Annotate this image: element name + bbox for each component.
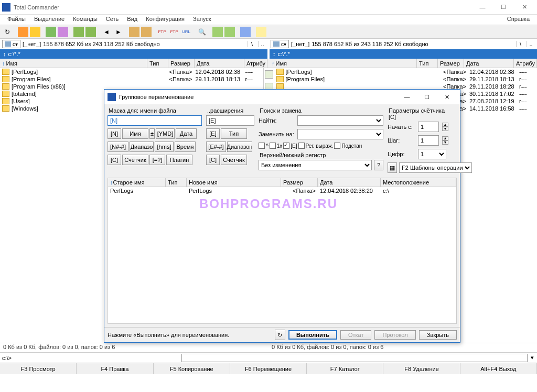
col-date[interactable]: Дата	[464, 59, 514, 68]
path-left[interactable]: ↕c:\*.*	[0, 49, 267, 59]
minimize-button[interactable]: —	[472, 1, 493, 14]
path-right[interactable]: ↕c:\*.*	[270, 49, 537, 59]
btn-eq[interactable]: [=?]	[149, 155, 165, 165]
lcol-loc[interactable]: Местоположение	[381, 178, 456, 187]
list-body[interactable]: PerfLogs PerfLogs <Папка> 12.04.2018 02:…	[108, 187, 457, 324]
parent-button[interactable]: ..	[527, 41, 535, 47]
btn-time[interactable]: Время	[175, 141, 196, 152]
tool-icon[interactable]	[18, 27, 28, 37]
fn-altf4[interactable]: Alt+F4 Выход	[460, 363, 537, 374]
unpack-icon[interactable]	[141, 27, 152, 37]
btn-Nrange[interactable]: [N#-#]	[108, 141, 128, 152]
btn-hms[interactable]: [hms]	[155, 141, 174, 152]
file-row[interactable]: [PerfLogs]<Папка>12.04.2018 02:38----	[0, 68, 263, 75]
pack-icon[interactable]	[129, 27, 139, 37]
root-button[interactable]: \	[248, 41, 256, 47]
copy-icon[interactable]	[240, 27, 251, 37]
btn-N[interactable]: [N]	[108, 128, 121, 139]
col-type[interactable]: Тип	[417, 59, 438, 68]
btn-Erange[interactable]: [E#-#]	[206, 141, 226, 152]
step-input[interactable]	[418, 135, 439, 146]
col-size[interactable]: Размер	[438, 59, 464, 68]
drive-select-left[interactable]: c ▾	[2, 40, 20, 48]
col-attr[interactable]: Атрибу	[514, 59, 537, 68]
menu-commands[interactable]: Команды	[69, 15, 102, 25]
close-button[interactable]: Закрыть	[419, 330, 457, 340]
fn-f5[interactable]: F5 Копирование	[154, 363, 230, 374]
start-input[interactable]	[418, 122, 439, 132]
lcol-new[interactable]: Новое имя	[187, 178, 281, 187]
spin-up[interactable]: ▲	[442, 123, 448, 127]
dialog-maximize[interactable]: ☐	[417, 91, 437, 103]
lcol-old[interactable]: ↑Старое имя	[108, 178, 166, 187]
fn-f8[interactable]: F8 Удаление	[383, 363, 460, 374]
file-row[interactable]: [Program Files]<Папка>29.11.2018 18:13r-…	[0, 75, 263, 83]
lcol-date[interactable]: Дата	[318, 178, 381, 187]
close-button[interactable]: ✕	[514, 1, 535, 14]
btn-plus[interactable]: ±	[149, 128, 155, 139]
btn-type[interactable]: Тип	[221, 128, 247, 139]
spin-up[interactable]: ▲	[442, 136, 448, 140]
search-icon[interactable]: 🔍	[197, 27, 207, 37]
btn-plugin[interactable]: Плагин	[166, 155, 192, 165]
col-attr[interactable]: Атрибу	[244, 59, 267, 68]
url-icon[interactable]: URL	[181, 27, 191, 37]
fn-f6[interactable]: F6 Перемещение	[230, 363, 307, 374]
fn-f4[interactable]: F4 Правка	[77, 363, 153, 374]
file-row[interactable]: [PerfLogs]<Папка>12.04.2018 02:38----	[274, 68, 538, 75]
menu-select[interactable]: Выделение	[30, 15, 69, 25]
chk-subst[interactable]	[334, 143, 340, 149]
chk-regex[interactable]	[298, 143, 305, 149]
chk-E[interactable]	[283, 143, 289, 149]
mask-name-input[interactable]	[108, 115, 202, 126]
execute-button[interactable]: Выполнить	[288, 330, 337, 340]
parent-button[interactable]: ..	[258, 41, 266, 47]
root-button[interactable]: \	[516, 41, 524, 47]
fn-f3[interactable]: F3 Просмотр	[0, 363, 77, 374]
btn-range[interactable]: Диапазо	[130, 141, 154, 152]
ftp-icon[interactable]: FTP	[169, 27, 179, 37]
spin-down[interactable]: ▼	[442, 127, 448, 131]
digits-select[interactable]: 1	[418, 149, 446, 159]
forward-icon[interactable]: ►	[113, 27, 124, 37]
btn-counter[interactable]: Счётчик	[122, 155, 148, 165]
col-type[interactable]: Тип	[147, 59, 168, 68]
undo-button[interactable]: Откат	[340, 330, 372, 340]
btn-counter2[interactable]: Счётчик	[221, 155, 247, 165]
fn-f7[interactable]: F7 Каталог	[307, 363, 383, 374]
btn-E[interactable]: [E]	[206, 128, 220, 139]
help-button[interactable]: ?	[374, 160, 383, 170]
replace-input[interactable]	[297, 129, 383, 139]
dialog-close[interactable]: ✕	[437, 91, 457, 103]
case-select[interactable]: Без изменения	[259, 160, 372, 170]
menu-view[interactable]: Вид	[123, 15, 142, 25]
tool-icon[interactable]	[46, 27, 56, 37]
sync-icon[interactable]	[224, 27, 235, 37]
maximize-button[interactable]: ☐	[493, 1, 514, 14]
rename-icon[interactable]	[212, 27, 223, 37]
col-size[interactable]: Размер	[168, 59, 195, 68]
btn-name[interactable]: Имя	[122, 128, 148, 139]
col-date[interactable]: Дата	[195, 59, 244, 68]
cmd-input[interactable]	[181, 354, 528, 362]
list-row[interactable]: PerfLogs PerfLogs <Папка> 12.04.2018 02:…	[108, 187, 456, 194]
ftp-icon[interactable]: FTP	[157, 27, 167, 37]
protocol-button[interactable]: Протокол	[374, 330, 415, 340]
reload-button[interactable]: ↻	[275, 330, 285, 340]
notepad-icon[interactable]	[256, 27, 266, 37]
tool-icon[interactable]	[73, 27, 84, 37]
template-select[interactable]: F2 Шаблоны операции	[399, 162, 472, 173]
chk-caret[interactable]	[259, 143, 265, 149]
drive-select-right[interactable]: c ▾	[271, 40, 289, 48]
mid-icon[interactable]	[265, 70, 273, 79]
menu-help[interactable]: Справка	[503, 15, 534, 25]
menu-start[interactable]: Запуск	[189, 15, 215, 25]
lcol-type[interactable]: Тип	[166, 178, 187, 187]
refresh-icon[interactable]: ↻	[2, 27, 13, 37]
btn-date[interactable]: Дата	[176, 128, 197, 139]
btn-C2[interactable]: [C]	[206, 155, 220, 165]
file-row[interactable]: [Program Files]<Папка>29.11.2018 18:13r-…	[274, 75, 538, 83]
col-name[interactable]: ↑Имя	[0, 59, 147, 68]
lcol-size[interactable]: Размер	[281, 178, 318, 187]
dialog-minimize[interactable]: —	[397, 91, 417, 103]
